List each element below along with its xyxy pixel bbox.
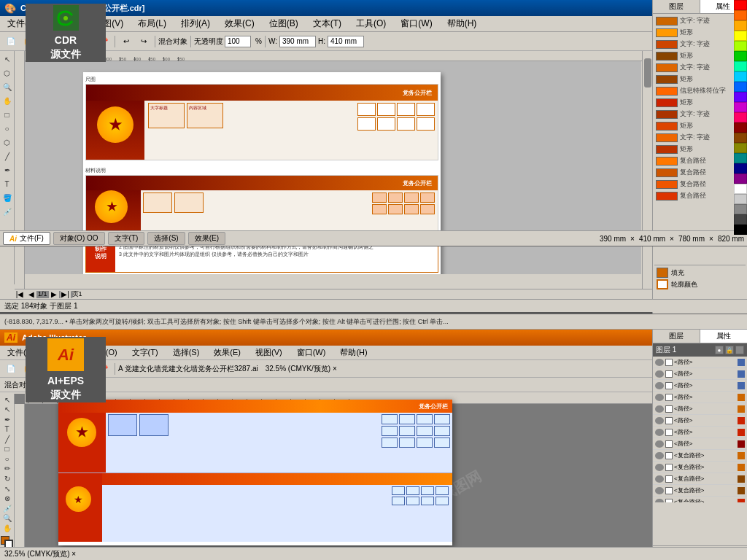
- cdr-swatch-brown[interactable]: [734, 133, 747, 143]
- ai-layer-1[interactable]: <路径>: [653, 357, 747, 368]
- ai-scale-tool[interactable]: ⤡: [1, 484, 14, 494]
- ai-tab-channels[interactable]: 属性: [700, 330, 747, 343]
- cdr-menu-tools[interactable]: 工具(O): [352, 16, 390, 31]
- ai-direct-select-tool[interactable]: ↖: [1, 405, 14, 415]
- ai-layer-opt-btn[interactable]: [735, 346, 744, 354]
- cdr-opacity-input[interactable]: [225, 36, 251, 47]
- ai-menu-window[interactable]: 窗口(W): [293, 346, 330, 359]
- cdr-object-7[interactable]: 信息特殊符位字: [654, 85, 746, 96]
- cdr-swatch-olive[interactable]: [734, 143, 747, 153]
- ai-layer-9[interactable]: <复合路径>: [653, 450, 747, 462]
- ai-layer-visibility-btn[interactable]: ●: [715, 346, 724, 354]
- cdr-object-13[interactable]: 复合路径: [654, 155, 746, 166]
- taskbar-item-select[interactable]: 选择(S): [147, 232, 185, 245]
- taskbar-item-effect[interactable]: 效果(E): [188, 232, 225, 245]
- cdr-swatch-cyan-green[interactable]: [734, 61, 747, 71]
- ai-layer-8[interactable]: <路径>: [653, 438, 747, 450]
- ai-layer-3[interactable]: <路径>: [653, 380, 747, 392]
- cdr-menu-text[interactable]: 文本(T): [309, 16, 346, 31]
- cdr-object-2[interactable]: 矩形: [654, 27, 746, 38]
- cdr-text-tool[interactable]: T: [1, 177, 14, 190]
- cdr-object-14[interactable]: 复合路径: [654, 167, 746, 178]
- ai-pen-tool[interactable]: ✒: [1, 415, 14, 424]
- cdr-object-6[interactable]: 矩形: [654, 74, 746, 85]
- ai-layer-13[interactable]: <复合路径>: [653, 497, 747, 502]
- ai-menu-select[interactable]: 选择(S): [169, 346, 204, 359]
- cdr-swatch-red[interactable]: [734, 0, 747, 10]
- ai-layer-11[interactable]: <复合路径>: [653, 473, 747, 485]
- cdr-swatch-green[interactable]: [734, 51, 747, 61]
- ai-brush-tool[interactable]: ✏: [1, 464, 14, 474]
- taskbar-item-ai[interactable]: Ai 文件(F): [3, 232, 50, 245]
- cdr-tab-layers[interactable]: 图层: [653, 0, 700, 13]
- ai-rect-tool[interactable]: □: [1, 445, 14, 454]
- cdr-object-15[interactable]: 复合路径: [654, 179, 746, 190]
- cdr-swatch-yellow-green[interactable]: [734, 41, 747, 51]
- cdr-fill-tool[interactable]: 🪣: [1, 191, 14, 204]
- cdr-swatch-blue[interactable]: [734, 82, 747, 92]
- cdr-swatch-dark-red[interactable]: [734, 122, 747, 133]
- cdr-object-3[interactable]: 文字: 字迹: [654, 39, 746, 50]
- ai-ellipse-tool[interactable]: ○: [1, 454, 14, 464]
- cdr-width-input[interactable]: [279, 36, 316, 47]
- cdr-swatch-light-gray[interactable]: [734, 194, 747, 204]
- ai-menu-help[interactable]: 帮助(H): [336, 346, 371, 359]
- cdr-height-input[interactable]: [328, 36, 364, 47]
- cdr-scrollbar-v-thumb[interactable]: [644, 58, 651, 88]
- cdr-swatch-orange[interactable]: [734, 10, 747, 20]
- cdr-line-tool[interactable]: ╱: [1, 149, 14, 163]
- ai-layer-4[interactable]: <路径>: [653, 392, 747, 403]
- ai-line-tool[interactable]: ╱: [1, 435, 14, 444]
- ai-layer-5[interactable]: <路径>: [653, 403, 747, 415]
- cdr-object-16[interactable]: 复合路径: [654, 190, 746, 201]
- ai-menu-view[interactable]: 视图(V): [251, 346, 287, 359]
- cdr-object-4[interactable]: 矩形: [654, 50, 746, 61]
- cdr-new-button[interactable]: 📄: [3, 34, 19, 49]
- cdr-page-next-button[interactable]: ▶: [49, 289, 59, 298]
- cdr-select-tool[interactable]: ↖: [1, 52, 14, 66]
- ai-layer-6[interactable]: <路径>: [653, 415, 747, 427]
- cdr-polygon-tool[interactable]: ⬡: [1, 136, 14, 149]
- cdr-swatch-yellow-orange[interactable]: [734, 20, 747, 31]
- cdr-object-8[interactable]: 矩形: [654, 97, 746, 108]
- cdr-pan-tool[interactable]: ✋: [1, 94, 14, 107]
- cdr-page-last-button[interactable]: ▶|: [61, 289, 71, 298]
- ai-layer-7[interactable]: <路径>: [653, 427, 747, 438]
- ai-blend-tool[interactable]: ⊗: [1, 494, 14, 503]
- cdr-swatch-dark-purple[interactable]: [734, 174, 747, 184]
- cdr-menu-arrange[interactable]: 排列(A): [177, 16, 214, 31]
- cdr-ellipse-tool[interactable]: ○: [1, 122, 14, 135]
- cdr-swatch-yellow[interactable]: [734, 31, 747, 41]
- ai-zoom-tool[interactable]: 🔍: [1, 513, 14, 523]
- ai-menu-text[interactable]: 文字(T): [128, 346, 163, 359]
- cdr-swatch-gray[interactable]: [734, 204, 747, 214]
- cdr-swatch-dark-blue[interactable]: [734, 163, 747, 174]
- cdr-swatch-magenta[interactable]: [734, 102, 747, 112]
- cdr-object-12[interactable]: 矩形: [654, 144, 746, 155]
- cdr-pen-tool[interactable]: ✒: [1, 163, 14, 176]
- ai-layer-12[interactable]: <复合路径>: [653, 485, 747, 497]
- cdr-swatch-dark-gray[interactable]: [734, 214, 747, 225]
- cdr-object-5[interactable]: 文字: 字迹: [654, 62, 746, 73]
- cdr-menu-bitmap[interactable]: 位图(B): [265, 16, 303, 31]
- ai-hand-tool[interactable]: ✋: [1, 524, 14, 533]
- cdr-object-11[interactable]: 文字: 字迹: [654, 132, 746, 143]
- ai-layer-lock-btn[interactable]: 🔒: [725, 346, 734, 354]
- ai-canvas[interactable]: 找图网 找图网 -50 0 50 100 150 200 250 300 350…: [15, 394, 652, 547]
- cdr-menu-help[interactable]: 帮助(H): [443, 16, 481, 31]
- cdr-swatch-white[interactable]: [734, 184, 747, 194]
- ai-eyedropper-tool[interactable]: 💉: [1, 504, 14, 513]
- ai-menu-effect[interactable]: 效果(E): [209, 346, 245, 359]
- ai-fill-swatch[interactable]: [1, 536, 14, 545]
- ai-layer-10[interactable]: <复合路径>: [653, 462, 747, 473]
- cdr-menu-effects[interactable]: 效果(C): [220, 16, 259, 31]
- cdr-redo-button[interactable]: ↪: [136, 34, 152, 49]
- cdr-page-prev-button[interactable]: ◀: [26, 289, 36, 298]
- cdr-swatch-black[interactable]: [734, 225, 747, 235]
- cdr-swatch-purple[interactable]: [734, 92, 747, 102]
- cdr-object-1[interactable]: 文字: 字迹: [654, 15, 746, 26]
- ai-select-tool[interactable]: ↖: [1, 395, 14, 405]
- ai-rotate-tool[interactable]: ↻: [1, 474, 14, 483]
- ai-type-tool[interactable]: T: [1, 425, 14, 435]
- taskbar-item-text[interactable]: 文字(T): [108, 232, 145, 245]
